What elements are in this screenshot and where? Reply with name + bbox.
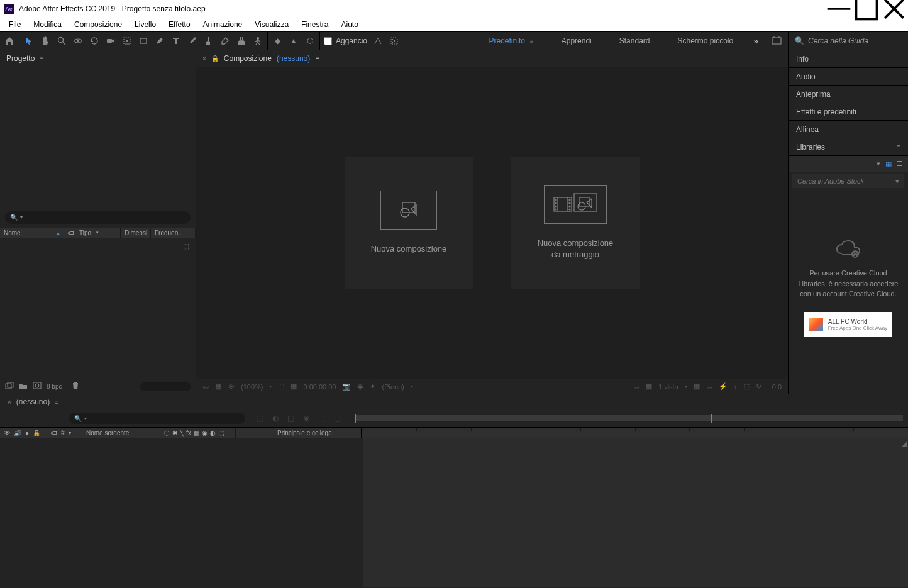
snap-collapse-icon[interactable] [389,35,400,47]
hand-tool-icon[interactable] [40,35,51,47]
project-panel-tab[interactable]: Progetto ≡ [0,50,196,67]
menu-visualizza[interactable]: Visualizza [248,19,295,30]
brush-tool-icon[interactable] [187,35,198,47]
search-dropdown-icon[interactable]: ▾ [84,416,87,421]
panel-menu-icon[interactable]: ≡ [897,143,900,150]
solo-icon[interactable]: ● [25,430,29,436]
menu-finestra[interactable]: Finestra [295,19,335,30]
transparent-icon[interactable]: ▦ [291,382,297,391]
workspace-standard[interactable]: Standard [606,32,664,50]
maximize-button[interactable] [853,0,880,18]
libraries-search[interactable]: Cerca in Adobe Stock ▾ [792,174,904,188]
pixel-aspect-icon[interactable]: ▭ [706,382,712,391]
color-mgmt-icon[interactable]: ✦ [370,382,375,391]
workspace-overflow-icon[interactable]: » [747,36,765,46]
timeline-search[interactable]: 🔍 ▾ [69,413,245,424]
sync-settings-icon[interactable] [765,36,788,47]
panel-menu-icon[interactable]: ≡ [315,54,319,63]
orbit-tool-icon[interactable] [72,35,84,47]
new-folder-icon[interactable] [19,382,28,391]
roi-icon[interactable]: ▭ [633,382,639,391]
workspace-schermo-piccolo[interactable]: Schermo piccolo [663,32,747,50]
menu-livello[interactable]: Livello [128,19,162,30]
audio-icon[interactable]: 🔊 [14,430,21,436]
timeline-gripper-icon[interactable]: ◢ [902,440,907,448]
comp-flowchart-icon[interactable]: ⬚ [743,382,750,391]
panel-audio[interactable]: Audio [789,68,908,86]
panel-allinea[interactable]: Allinea [789,121,908,138]
frame-blend-icon[interactable]: ◫ [287,414,294,423]
pen-tool-icon[interactable] [154,35,165,47]
selection-tool-icon[interactable] [23,35,35,47]
snap-checkbox-input[interactable] [324,37,332,45]
col-tag[interactable]: 🏷 [64,228,75,238]
panel-menu-icon[interactable]: ≡ [55,399,58,406]
source-name-col[interactable]: Nome sorgente [86,430,129,436]
shy-icon[interactable]: ◐ [272,414,279,423]
text-tool-icon[interactable] [170,35,182,47]
timeline-ruler[interactable] [355,415,903,421]
parent-col[interactable]: Principale e collega [277,430,332,436]
panel-menu-icon[interactable]: ≡ [40,55,43,62]
work-area-end[interactable] [711,414,712,423]
quality-icon[interactable]: ╲ [180,430,184,436]
label-icon[interactable]: 🏷 [51,430,57,436]
graph-editor-icon[interactable]: ⬚ [318,414,325,423]
eraser-tool-icon[interactable] [219,35,231,47]
view-count[interactable]: 1 vista [658,383,678,391]
timeline-layer-list[interactable] [0,438,363,587]
menu-effetto[interactable]: Effetto [162,19,196,30]
panel-effetti[interactable]: Effetti e predefiniti [789,103,908,121]
zoom-value[interactable]: (100%) [241,383,263,391]
shy-switch-icon[interactable]: ⬡ [164,430,170,436]
dropdown-icon[interactable]: ▾ [895,177,899,186]
motion-blur-icon[interactable]: ◉ [303,414,309,423]
zoom-tool-icon[interactable] [56,35,67,47]
col-frequenza[interactable]: Frequen.. [151,228,196,238]
timeline-tracks[interactable]: ◢ [363,438,908,587]
collapse-icon[interactable]: ✱ [172,430,177,436]
flowchart-icon[interactable]: ⬚ [183,242,189,250]
list-view-icon[interactable]: ☰ [897,160,903,168]
comp-mini-icon[interactable]: ⬚ [257,414,263,423]
3d-icon[interactable]: ⬚ [218,430,224,436]
col-dimensioni[interactable]: Dimensi.. [121,228,151,238]
snapshot-icon[interactable]: 📷 [342,382,351,391]
menu-animazione[interactable]: Animazione [197,19,249,30]
rectangle-tool-icon[interactable] [138,35,149,47]
world-axis-icon[interactable]: ▲ [288,35,299,47]
minimize-button[interactable] [825,0,853,18]
work-area-start[interactable] [355,414,356,423]
tab-close-icon[interactable]: × [8,399,11,406]
menu-aiuto[interactable]: Aiuto [335,19,364,30]
camera-tool-icon[interactable] [105,35,116,47]
col-nome[interactable]: Nome▴ [0,228,64,238]
snap-edge-icon[interactable] [372,35,384,47]
anchor-tool-icon[interactable] [121,35,133,47]
interpret-icon[interactable] [5,382,14,391]
timeline-icon[interactable]: ↕ [734,383,738,391]
roto-tool-icon[interactable] [236,35,247,47]
puppet-tool-icon[interactable] [252,35,263,47]
video-icon[interactable]: 👁 [4,430,10,436]
home-icon[interactable] [4,35,15,47]
dropdown-icon[interactable]: ▾ [877,160,880,168]
adjustment-icon[interactable]: ◐ [210,430,216,436]
timeline-tab[interactable]: × (nessuno) ≡ [0,394,908,409]
project-search[interactable]: 🔍 ▾ [5,211,191,224]
grid-icon[interactable]: ▦ [646,382,652,391]
snap-checkbox[interactable]: Aggancio [324,36,367,45]
workspace-predefinito[interactable]: Predefinito≡ [475,32,548,50]
delete-icon[interactable] [72,381,79,392]
timecode[interactable]: 0:00:00:00 [303,383,336,391]
menu-file[interactable]: File [3,19,27,30]
new-composition-from-footage-button[interactable]: Nuova composizioneda metraggio [511,157,640,289]
grid-view-icon[interactable]: ▦ [885,160,892,168]
bpc-indicator[interactable]: 8 bpc [47,383,62,390]
menu-modifica[interactable]: Modifica [27,19,68,30]
local-axis-icon[interactable]: ◆ [272,35,283,47]
close-button[interactable] [880,0,908,18]
exposure-value[interactable]: +0,0 [768,383,782,391]
tab-close-icon[interactable]: × [202,55,206,62]
help-search[interactable]: 🔍 Cerca nella Guida [789,32,908,50]
